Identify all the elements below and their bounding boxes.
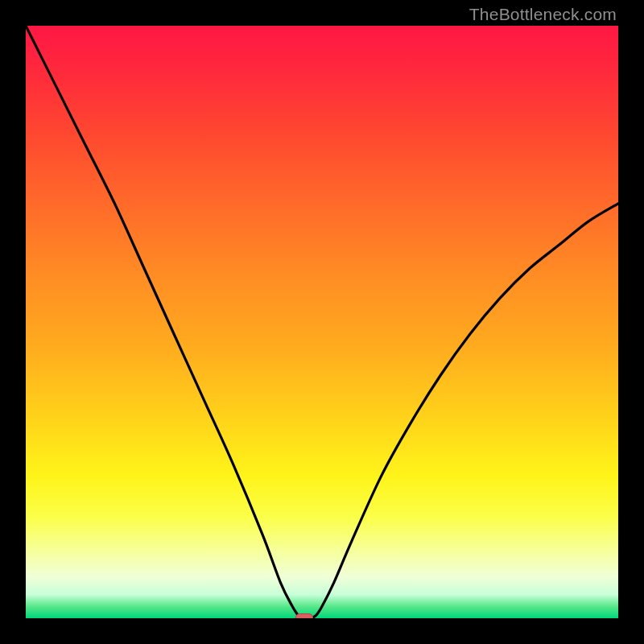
optimum-marker	[295, 613, 313, 618]
plot-area	[26, 26, 618, 618]
watermark-text: TheBottleneck.com	[469, 5, 617, 24]
chart-frame: TheBottleneck.com	[0, 0, 644, 644]
bottleneck-curve	[26, 26, 618, 618]
